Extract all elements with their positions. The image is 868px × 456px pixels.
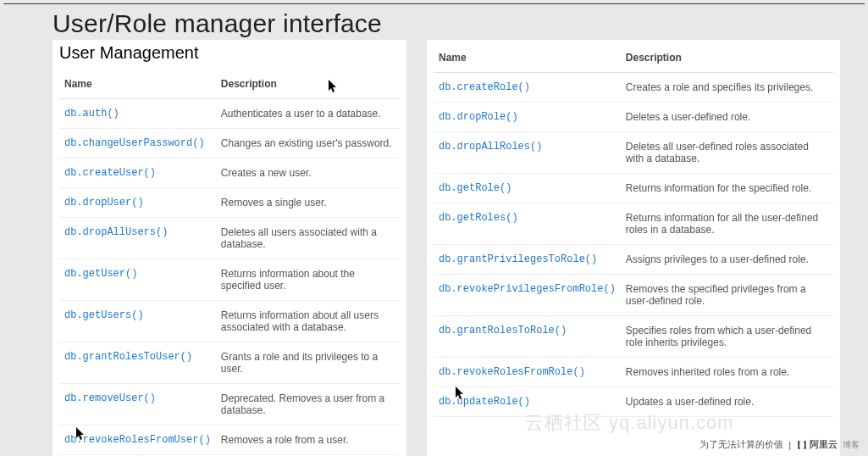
table-row: db.dropUser()Removes a single user. bbox=[59, 188, 400, 218]
col-name: Name bbox=[434, 43, 621, 73]
method-link[interactable]: db.getRoles() bbox=[434, 203, 621, 245]
method-description: Assigns privileges to a user-defined rol… bbox=[621, 245, 833, 275]
footer-divider: | bbox=[788, 440, 791, 450]
method-link[interactable]: db.createUser() bbox=[59, 158, 216, 188]
method-link[interactable]: db.dropAllRoles() bbox=[434, 132, 621, 174]
method-description: Returns information for the specified ro… bbox=[621, 174, 833, 203]
footer-blogtag: 博客 bbox=[843, 439, 860, 451]
table-row: db.changeUserPassword()Changes an existi… bbox=[59, 129, 400, 158]
method-description: Changes an existing user's password. bbox=[216, 129, 400, 158]
col-name: Name bbox=[59, 70, 216, 99]
method-description: Creates a new user. bbox=[216, 158, 400, 188]
col-desc: Description bbox=[621, 43, 833, 73]
method-link[interactable]: db.grantRolesToRole() bbox=[434, 316, 621, 358]
method-description: Removes a single user. bbox=[216, 188, 400, 218]
table-row: db.dropAllRoles()Deletes all user-define… bbox=[434, 132, 833, 174]
method-link[interactable]: db.updateRole() bbox=[434, 387, 621, 417]
role-management-panel: Name Description db.createRole()Creates … bbox=[427, 40, 840, 456]
method-description: Removes the specified privileges from a … bbox=[621, 275, 833, 316]
method-link[interactable]: db.getUsers() bbox=[59, 301, 216, 342]
footer-brand: 阿里云 bbox=[810, 438, 838, 451]
col-desc: Description bbox=[216, 70, 400, 99]
method-description: Returns information for all the user-def… bbox=[621, 203, 833, 245]
table-row: db.createUser()Creates a new user. bbox=[59, 158, 400, 188]
method-link[interactable]: db.removeUser() bbox=[59, 384, 216, 425]
method-description: Creates a role and specifies its privile… bbox=[621, 73, 833, 103]
aliyun-logo: 阿里云 bbox=[796, 438, 838, 451]
table-row: db.updateRole()Updates a user-defined ro… bbox=[434, 387, 833, 417]
method-link[interactable]: db.revokeRolesFromRole() bbox=[434, 358, 621, 387]
table-row: db.dropRole()Deletes a user-defined role… bbox=[434, 103, 833, 132]
user-methods-table: Name Description db.auth()Authenticates … bbox=[59, 70, 400, 456]
table-row: db.revokeRolesFromRole()Removes inherite… bbox=[434, 358, 833, 387]
method-description: Deletes all users associated with a data… bbox=[216, 218, 400, 259]
method-link[interactable]: db.revokeRolesFromUser() bbox=[59, 425, 216, 455]
method-link[interactable]: db.getUser() bbox=[59, 259, 216, 301]
table-row: db.auth()Authenticates a user to a datab… bbox=[59, 99, 400, 129]
footer-slogan: 为了无法计算的价值 bbox=[699, 438, 783, 451]
method-link[interactable]: db.revokePrivilegesFromRole() bbox=[434, 275, 621, 316]
top-horizontal-rule bbox=[3, 3, 865, 4]
method-description: Authenticates a user to a database. bbox=[216, 99, 400, 129]
bracket-icon bbox=[796, 439, 808, 451]
method-link[interactable]: db.auth() bbox=[59, 99, 216, 129]
role-methods-table: Name Description db.createRole()Creates … bbox=[434, 43, 833, 417]
method-description: Returns information about the specified … bbox=[216, 259, 400, 301]
method-description: Specifies roles from which a user-define… bbox=[621, 316, 833, 358]
table-row: db.createRole()Creates a role and specif… bbox=[434, 73, 833, 103]
table-row: db.dropAllUsers()Deletes all users assoc… bbox=[59, 218, 400, 259]
method-link[interactable]: db.dropAllUsers() bbox=[59, 218, 216, 259]
table-row: db.revokeRolesFromUser()Removes a role f… bbox=[59, 425, 400, 455]
table-row: db.grantPrivilegesToRole()Assigns privil… bbox=[434, 245, 833, 275]
method-description: Grants a role and its privileges to a us… bbox=[216, 342, 400, 384]
method-description: Removes a role from a user. bbox=[216, 425, 400, 455]
table-row: db.getRole()Returns information for the … bbox=[434, 174, 833, 203]
table-row: db.getRoles()Returns information for all… bbox=[434, 203, 833, 245]
method-link[interactable]: db.getRole() bbox=[434, 174, 621, 203]
method-description: Deletes all user-defined roles associate… bbox=[621, 132, 833, 174]
table-row: db.getUser()Returns information about th… bbox=[59, 259, 400, 301]
table-row: db.grantRolesToUser()Grants a role and i… bbox=[59, 342, 400, 384]
method-link[interactable]: db.changeUserPassword() bbox=[59, 129, 216, 158]
method-link[interactable]: db.dropRole() bbox=[434, 103, 621, 132]
table-row: db.removeUser()Deprecated. Removes a use… bbox=[59, 384, 400, 425]
method-description: Removes inherited roles from a role. bbox=[621, 358, 833, 387]
method-description: Updates a user-defined role. bbox=[621, 387, 833, 417]
footer-right: 为了无法计算的价值 | 阿里云 博客 bbox=[699, 438, 860, 451]
method-link[interactable]: db.grantPrivilegesToRole() bbox=[434, 245, 621, 275]
method-link[interactable]: db.dropUser() bbox=[59, 188, 216, 218]
page-title: User/Role manager interface bbox=[53, 9, 865, 38]
table-row: db.getUsers()Returns information about a… bbox=[59, 301, 400, 342]
user-management-heading: User Management bbox=[59, 43, 400, 63]
method-description: Deletes a user-defined role. bbox=[621, 103, 833, 132]
method-description: Returns information about all users asso… bbox=[216, 301, 400, 342]
method-description: Deprecated. Removes a user from a databa… bbox=[216, 384, 400, 425]
user-management-panel: User Management Name Description db.auth… bbox=[53, 40, 406, 456]
method-link[interactable]: db.createRole() bbox=[434, 73, 621, 103]
method-link[interactable]: db.grantRolesToUser() bbox=[59, 342, 216, 384]
table-row: db.grantRolesToRole()Specifies roles fro… bbox=[434, 316, 833, 358]
table-row: db.revokePrivilegesFromRole()Removes the… bbox=[434, 275, 833, 316]
